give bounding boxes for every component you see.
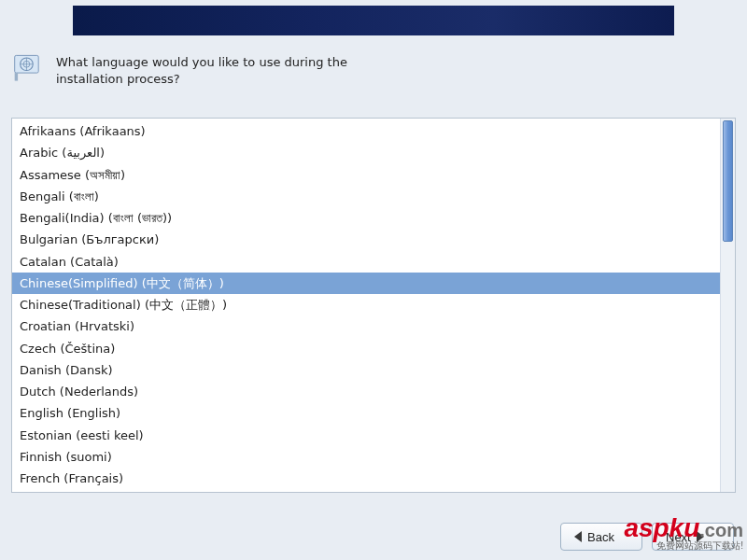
un-flag-icon: [13, 52, 45, 84]
language-list-container: Afrikaans (Afrikaans)Arabic (العربية)Ass…: [11, 118, 736, 493]
language-item[interactable]: Bengali (বাংলা): [12, 186, 720, 207]
next-button[interactable]: Next: [652, 523, 734, 551]
language-item[interactable]: Afrikaans (Afrikaans): [12, 120, 720, 142]
language-item[interactable]: Arabic (العربية): [12, 142, 720, 163]
language-item[interactable]: English (English): [12, 402, 720, 424]
prompt-text: What language would you like to use duri…: [56, 52, 374, 87]
language-item[interactable]: Danish (Dansk): [12, 359, 720, 381]
language-item[interactable]: Catalan (Català): [12, 251, 720, 273]
svg-rect-5: [15, 73, 18, 81]
language-item[interactable]: Assamese (অসমীয়া): [12, 164, 720, 186]
back-button-label: Back: [587, 530, 614, 544]
back-button[interactable]: Back: [560, 523, 642, 551]
language-item[interactable]: Czech (Čeština): [12, 338, 720, 359]
language-item[interactable]: French (Français): [12, 468, 720, 489]
language-item[interactable]: Finnish (suomi): [12, 446, 720, 468]
scrollbar[interactable]: [720, 119, 735, 492]
footer: Back Next: [0, 523, 747, 551]
next-button-label: Next: [666, 530, 691, 544]
language-listbox[interactable]: Afrikaans (Afrikaans)Arabic (العربية)Ass…: [12, 119, 720, 492]
language-item[interactable]: Bulgarian (Български): [12, 229, 720, 250]
scrollbar-thumb[interactable]: [723, 120, 733, 242]
language-item[interactable]: Bengali(India) (বাংলা (ভারত)): [12, 207, 720, 229]
language-item[interactable]: Chinese(Traditional) (中文（正體）): [12, 294, 720, 315]
language-item[interactable]: Estonian (eesti keel): [12, 425, 720, 446]
arrow-right-icon: [697, 531, 704, 542]
language-item[interactable]: Chinese(Simplified) (中文（简体）): [12, 273, 720, 294]
arrow-left-icon: [574, 531, 582, 542]
header-banner: [73, 6, 674, 35]
language-item[interactable]: Dutch (Nederlands): [12, 381, 720, 402]
language-item[interactable]: Croatian (Hrvatski): [12, 315, 720, 337]
prompt-row: What language would you like to use duri…: [13, 52, 374, 87]
